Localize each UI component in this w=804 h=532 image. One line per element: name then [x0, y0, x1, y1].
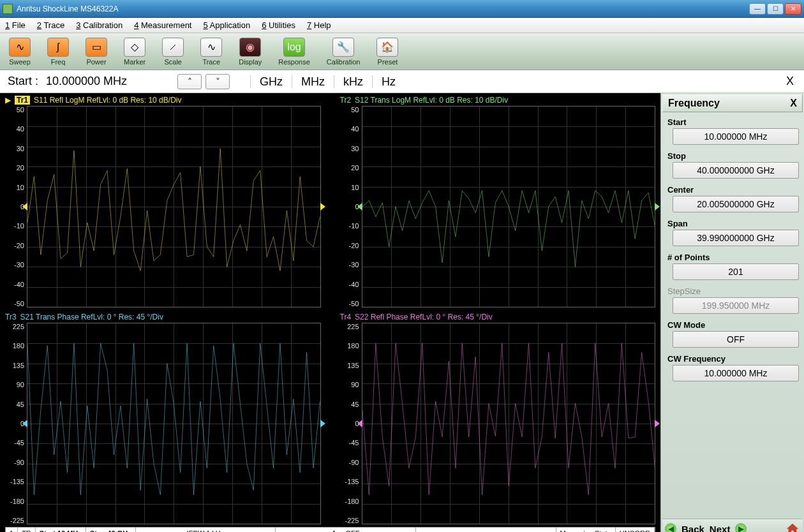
- unit-mhz[interactable]: MHz: [292, 75, 334, 88]
- decrement-button[interactable]: ˅: [205, 74, 230, 89]
- plot-title: Tr2S12 Trans LogM RefLvl: 0 dB Res: 10 d…: [340, 94, 656, 106]
- calibration-icon: 🔧: [332, 38, 354, 57]
- plot-area: www.tehencom.com ▶Tr1S11 Refl LogM RefLv…: [0, 93, 660, 532]
- field-value[interactable]: OFF: [673, 331, 799, 348]
- panel-nav: ◀ Back Next ▶: [662, 519, 803, 532]
- avg-cell: Avg OFF: [276, 528, 416, 532]
- cal-cell: UNCORR: [616, 528, 655, 532]
- graph-canvas[interactable]: [362, 106, 656, 307]
- increment-button[interactable]: ˄: [177, 74, 202, 89]
- home-icon[interactable]: [785, 522, 800, 532]
- sweep-button[interactable]: ∿Sweep: [5, 36, 34, 67]
- plot-title: Tr4S22 Refl Phase RefLvl: 0 ° Res: 45 °/…: [340, 311, 656, 323]
- field-value[interactable]: 40.000000000 GHz: [673, 162, 799, 179]
- preset-icon: 🏠: [376, 38, 398, 57]
- freq-icon: ∫: [47, 38, 69, 57]
- field-stepsize: StepSize199.950000 MHz: [662, 284, 803, 318]
- field--of-points: # of Points201: [662, 250, 803, 284]
- field-stop: Stop40.000000000 GHz: [662, 149, 803, 182]
- minimize-button[interactable]: —: [749, 3, 766, 15]
- ifbw-cell: IFBW 1 kHz: [136, 528, 276, 532]
- field-value[interactable]: 20.005000000 GHz: [673, 196, 799, 212]
- marker-button[interactable]: ◇Marker: [120, 36, 149, 67]
- ref-marker-left[interactable]: [22, 203, 27, 211]
- maximize-button[interactable]: ☐: [767, 3, 784, 15]
- menu-utilities[interactable]: 6 Utilities: [262, 20, 295, 30]
- graph-canvas[interactable]: [27, 106, 321, 307]
- plot-title: ▶Tr1S11 Refl LogM RefLvl: 0 dB Res: 10 d…: [5, 94, 321, 106]
- response-icon: log: [283, 38, 305, 57]
- plot-title: Tr3S21 Trans Phase RefLvl: 0 ° Res: 45 °…: [5, 311, 321, 323]
- field-label: StepSize: [666, 285, 799, 297]
- field-value[interactable]: 10.000000 MHz: [673, 128, 799, 145]
- panel-title: Frequency: [668, 98, 720, 109]
- graph-canvas[interactable]: [27, 323, 321, 524]
- plot-statusbar: 1 TR Start 10 MHz Stop 40 GHz IFBW 1 kHz…: [5, 527, 655, 532]
- menu-calibration[interactable]: 3 Calibration: [76, 20, 123, 30]
- ref-marker-right[interactable]: [320, 420, 325, 427]
- input-bar: Start : 10.000000 MHz ˄ ˅ GHzMHzkHzHz X: [0, 70, 804, 93]
- window-title: Anritsu ShockLine MS46322A: [17, 4, 749, 13]
- start-cell: Start 10 MHz: [36, 528, 86, 532]
- app-icon: [3, 4, 13, 14]
- trace-label: Tr3: [5, 313, 17, 321]
- field-label: Stop: [666, 150, 799, 162]
- menu-application[interactable]: 5 Application: [203, 20, 250, 30]
- unit-ghz[interactable]: GHz: [250, 75, 292, 88]
- response-button[interactable]: logResponse: [274, 36, 314, 67]
- trace-label: Tr2: [340, 96, 352, 105]
- field-cw-frequency: CW Frequency10.000000 MHz: [662, 351, 803, 385]
- trace-icon: ∿: [200, 38, 222, 57]
- menubar: 1 File2 Trace3 Calibration4 Measurement5…: [0, 18, 804, 33]
- back-button[interactable]: Back: [681, 524, 704, 533]
- unit-khz[interactable]: kHz: [334, 75, 372, 88]
- calibration-button[interactable]: 🔧Calibration: [323, 36, 364, 67]
- display-button[interactable]: ◉Display: [235, 36, 265, 67]
- unit-hz[interactable]: Hz: [372, 75, 405, 88]
- field-label: CW Frequency: [666, 353, 799, 365]
- menu-file[interactable]: 1 File: [5, 20, 26, 30]
- field-label: Span: [666, 218, 799, 230]
- clear-button[interactable]: X: [780, 75, 800, 88]
- stop-cell: Stop 40 GHz: [86, 528, 136, 532]
- titlebar: Anritsu ShockLine MS46322A — ☐ ✕: [0, 0, 804, 18]
- frequency-panel: Frequency X Start10.000000 MHzStop40.000…: [660, 93, 804, 532]
- freq-button[interactable]: ∫Freq: [43, 36, 73, 67]
- plot-tr2[interactable]: Tr2S12 Trans LogM RefLvl: 0 dB Res: 10 d…: [340, 94, 656, 307]
- toolbar: ∿Sweep∫Freq▭Power◇Marker⟋Scale∿Trace◉Dis…: [0, 33, 804, 70]
- close-button[interactable]: ✕: [785, 3, 801, 15]
- plot-tr4[interactable]: Tr4S22 Refl Phase RefLvl: 0 ° Res: 45 °/…: [340, 311, 656, 524]
- field-span: Span39.990000000 GHz: [662, 216, 803, 250]
- plot-tr1[interactable]: ▶Tr1S11 Refl LogM RefLvl: 0 dB Res: 10 d…: [5, 94, 321, 307]
- graph-canvas[interactable]: [362, 323, 656, 524]
- field-label: # of Points: [666, 251, 799, 263]
- ref-marker-right[interactable]: [655, 420, 660, 427]
- field-value[interactable]: 39.990000000 GHz: [673, 230, 799, 246]
- ref-marker-right[interactable]: [655, 203, 660, 211]
- panel-close-button[interactable]: X: [790, 98, 797, 109]
- ref-marker-right[interactable]: [320, 203, 325, 211]
- menu-trace[interactable]: 2 Trace: [37, 20, 64, 30]
- field-value[interactable]: 10.000000 MHz: [673, 365, 799, 381]
- menu-help[interactable]: 7 Help: [307, 20, 331, 30]
- marker-icon: ◇: [124, 38, 145, 57]
- trace-label: Tr4: [340, 313, 352, 321]
- next-button[interactable]: Next: [710, 524, 731, 533]
- ref-marker-left[interactable]: [357, 203, 362, 211]
- start-label: Start :: [4, 75, 42, 88]
- start-value[interactable]: 10.000000 MHz: [46, 75, 174, 88]
- menu-measurement[interactable]: 4 Measurement: [134, 20, 191, 30]
- field-value[interactable]: 201: [673, 263, 799, 280]
- trace-button[interactable]: ∿Trace: [197, 36, 226, 67]
- measuring-cell: Measuring State: [556, 528, 616, 532]
- preset-button[interactable]: 🏠Preset: [373, 36, 402, 67]
- plot-tr3[interactable]: Tr3S21 Trans Phase RefLvl: 0 ° Res: 45 °…: [5, 311, 321, 524]
- field-label: Start: [666, 116, 799, 128]
- back-arrow-icon: ◀: [665, 523, 676, 532]
- ref-marker-left[interactable]: [22, 420, 27, 427]
- scale-button[interactable]: ⟋Scale: [158, 36, 188, 67]
- field-center: Center20.005000000 GHz: [662, 182, 803, 216]
- power-button[interactable]: ▭Power: [82, 36, 111, 67]
- field-label: CW Mode: [666, 319, 799, 331]
- ref-marker-left[interactable]: [357, 420, 362, 427]
